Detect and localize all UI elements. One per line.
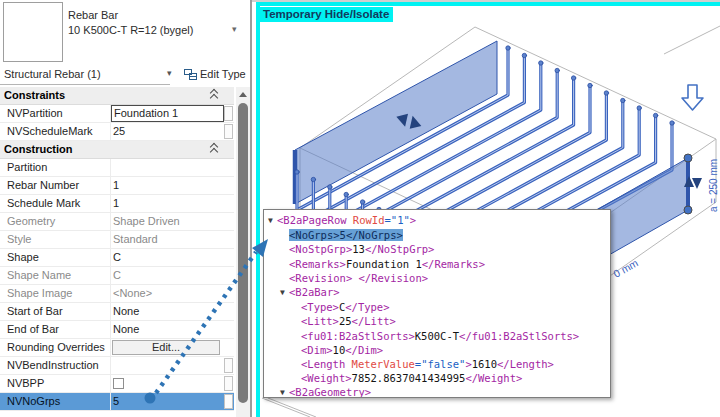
column-divider [110, 339, 111, 357]
expand-triangle-icon[interactable]: ▼ [280, 386, 289, 398]
property-row[interactable]: NVNoGrps5 [0, 393, 234, 411]
column-divider [110, 195, 111, 213]
property-row[interactable]: Rounding OverridesEdit... [0, 339, 234, 357]
property-name: NVScheduleMark [7, 125, 107, 137]
property-row[interactable]: Partition [0, 159, 234, 177]
associate-parameter-button[interactable] [224, 376, 233, 391]
property-value[interactable]: <None> [113, 287, 221, 299]
property-value[interactable]: C [113, 251, 221, 263]
property-value[interactable]: Shape Driven [113, 215, 221, 227]
wall-direction-arrow-icon[interactable] [682, 85, 703, 110]
property-row[interactable]: NVPartitionFoundation 1 [0, 105, 234, 123]
property-value[interactable]: None [113, 305, 221, 317]
property-row[interactable]: NVBPP [0, 375, 234, 393]
property-name: Shape Image [7, 287, 107, 299]
edit-type-button[interactable]: Edit Type [184, 67, 248, 83]
property-row[interactable]: NVBendInstruction [0, 357, 234, 375]
property-name: Style [7, 233, 107, 245]
property-name: Rebar Number [7, 179, 107, 191]
spacing-dimension-label: a = 250 mm [708, 159, 719, 212]
property-row[interactable]: GeometryShape Driven [0, 213, 234, 231]
xml-line: ▼<B2aPageRow RowId="1"> [264, 213, 610, 228]
xml-line: <Remarks>Foundation 1</Remarks> [264, 257, 610, 271]
column-divider [110, 123, 111, 141]
property-row[interactable]: End of BarNone [0, 321, 234, 339]
property-row[interactable]: NVScheduleMark25 [0, 123, 234, 141]
property-value[interactable]: None [113, 323, 221, 335]
scrollbar-thumb[interactable] [238, 103, 248, 403]
grip-handle[interactable] [684, 206, 692, 214]
edit-overrides-button[interactable]: Edit... [112, 340, 220, 355]
property-name: Start of Bar [7, 305, 107, 317]
property-name: Shape [7, 251, 107, 263]
column-divider [110, 393, 111, 411]
property-value[interactable]: Standard [113, 233, 221, 245]
selection-row: Structural Rebar (1) ▾ Edit Type [0, 66, 250, 84]
highlighted-xml-node: <NoGrps>5</NoGrps> [289, 229, 403, 241]
revit-window: Rebar Bar 10 K500C-T R=12 (bygel) ▾ Stru… [0, 0, 720, 417]
expand-triangle-icon[interactable]: ▼ [280, 286, 289, 300]
property-row[interactable]: Rebar Number1 [0, 177, 234, 195]
column-divider [110, 321, 111, 339]
associate-parameter-button[interactable] [224, 124, 233, 139]
column-divider [110, 375, 111, 393]
properties-panel: Rebar Bar 10 K500C-T R=12 (bygel) ▾ Stru… [0, 0, 250, 417]
property-group-header[interactable]: Construction [0, 141, 234, 159]
property-row[interactable]: Schedule Mark1 [0, 195, 234, 213]
temporary-hide-border-left [256, 2, 260, 417]
property-value[interactable]: 1 [113, 179, 221, 191]
property-row[interactable]: Shape Image<None> [0, 285, 234, 303]
column-divider [110, 177, 111, 195]
panel-scrollbar[interactable] [236, 87, 250, 417]
property-checkbox[interactable] [113, 378, 124, 389]
rebar-set-plane-left[interactable] [295, 41, 497, 204]
xml-line: <Revision> </Revision> [264, 271, 610, 285]
collapse-chevron-icon[interactable] [210, 144, 220, 156]
grip-handle[interactable] [684, 154, 692, 162]
column-divider [110, 231, 111, 249]
property-row[interactable]: Shape NameC [0, 267, 234, 285]
property-value-input[interactable]: Foundation 1 [111, 105, 224, 122]
property-name: Partition [7, 161, 107, 173]
property-name: Constraints [4, 89, 184, 101]
property-row[interactable]: ShapeC [0, 249, 234, 267]
type-selector-dropdown-icon[interactable]: ▾ [232, 24, 237, 34]
collapse-chevron-icon[interactable] [210, 90, 220, 102]
associate-parameter-button[interactable] [224, 394, 233, 409]
property-name: Geometry [7, 215, 107, 227]
property-row[interactable]: StyleStandard [0, 231, 234, 249]
property-name: NVBPP [7, 377, 107, 389]
xml-line: <Weight>7852.8637041434995</Weight> [264, 371, 610, 385]
expand-triangle-icon[interactable]: ▼ [268, 214, 277, 228]
property-name: Shape Name [7, 269, 107, 281]
property-row[interactable]: Start of BarNone [0, 303, 234, 321]
selection-label: Structural Rebar (1) [4, 68, 101, 80]
selection-dropdown-icon[interactable]: ▾ [167, 68, 172, 78]
scrollbar-up-icon[interactable] [239, 92, 247, 97]
associate-parameter-button[interactable] [224, 358, 233, 373]
property-name: NVNoGrps [7, 395, 107, 407]
column-divider [110, 213, 111, 231]
property-name: NVPartition [7, 107, 107, 119]
property-group-header[interactable]: Constraints [0, 87, 234, 105]
column-divider [110, 357, 111, 375]
property-value[interactable]: C [113, 269, 221, 281]
edit-type-icon [184, 69, 197, 81]
length-dimension-label: 0 mm [611, 256, 640, 279]
temporary-hide-isolate-badge: Temporary Hide/Isolate [260, 7, 393, 22]
property-value[interactable]: 25 [113, 125, 221, 137]
xml-line: <NoStpGrp>13</NoStpGrp> [264, 242, 610, 256]
property-grid: ConstraintsNVPartitionFoundation 1NVSche… [0, 87, 234, 411]
temporary-hide-border-top [256, 2, 720, 6]
property-value[interactable]: 5 [113, 395, 221, 407]
type-name: 10 K500C-T R=12 (bygel) [68, 24, 193, 36]
property-name: Construction [4, 143, 184, 155]
type-selector[interactable]: Rebar Bar 10 K500C-T R=12 (bygel) ▾ [0, 0, 250, 65]
property-name: NVBendInstruction [7, 359, 107, 371]
associate-parameter-button[interactable] [224, 106, 233, 121]
type-family-name: Rebar Bar [68, 9, 118, 21]
property-value[interactable]: 1 [113, 197, 221, 209]
column-divider [110, 303, 111, 321]
xml-line: <Length MeterValue="false">1610</Length> [264, 357, 610, 371]
xml-line: ▼<B2aGeometry> [264, 385, 610, 398]
